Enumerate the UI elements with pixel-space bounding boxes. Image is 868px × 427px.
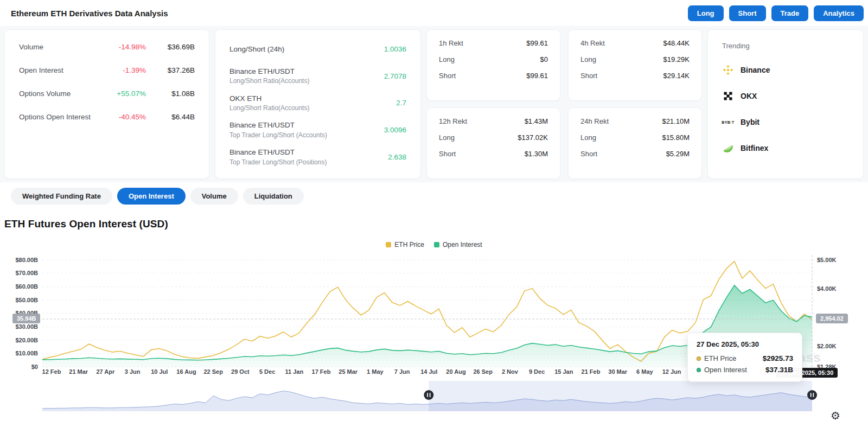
- stat-change: +55.07%: [107, 90, 146, 98]
- x-axis-label: 15 Jan: [554, 368, 573, 375]
- ratio-value: 2.7078: [384, 72, 406, 80]
- crosshair-right-axis-badge: 2,954.02: [816, 314, 848, 323]
- ratio-row: Binance ETH/USDTTop Trader Long/Short (P…: [229, 147, 406, 167]
- crosshair-left-axis-badge: 35.94B: [12, 314, 40, 323]
- rekt-title: 12h Rekt: [439, 117, 467, 125]
- tab-open-interest[interactable]: Open Interest: [117, 188, 186, 205]
- ratio-sublabel: Top Trader Long/Short (Accounts): [229, 131, 327, 140]
- rekt-long-value: $15.80M: [662, 133, 690, 142]
- x-axis-label: 5 Dec: [259, 368, 275, 375]
- rekt-long-label: Long: [580, 133, 596, 142]
- x-axis-label: 29 Oct: [231, 368, 250, 375]
- ratio-value: 3.0096: [384, 126, 406, 134]
- navigator-handle-right[interactable]: [807, 390, 817, 400]
- ratio-label: Binance ETH/USDT: [229, 148, 295, 156]
- x-axis-label: 21 Feb: [582, 368, 601, 375]
- stat-change: -40.45%: [107, 113, 146, 121]
- chart-settings-gear-icon[interactable]: ⚙: [831, 410, 840, 421]
- rekt-card-1h: 1h Rekt$99.61 Long$0 Short$99.61: [426, 29, 560, 101]
- stat-row-open-interest: Open Interest -1.39% $37.26B: [19, 66, 195, 74]
- rekt-title: 4h Rekt: [580, 39, 605, 47]
- stat-row-options-volume: Options Volume +55.07% $1.08B: [19, 90, 195, 98]
- navigator-handle-right[interactable]: [813, 393, 814, 397]
- y-axis-right-label: $4.00K: [817, 285, 837, 292]
- navigator-selected-range[interactable]: [429, 381, 812, 411]
- stat-value: $6.44B: [160, 113, 195, 121]
- y-axis-left-label: $10.00B: [15, 350, 38, 356]
- stat-label: Options Volume: [19, 90, 107, 98]
- tooltip-label: ETH Price: [704, 354, 736, 362]
- ratio-label: OKX ETH: [229, 94, 261, 103]
- page-header: Ethereum ETH Derivatives Data Analysis L…: [0, 0, 868, 26]
- rekt-total: $99.61: [526, 39, 548, 47]
- rekt-long-label: Long: [580, 55, 596, 63]
- exchange-name: Bybit: [741, 118, 760, 126]
- ratio-label: Binance ETH/USDT: [229, 121, 295, 129]
- ratio-value: 2.638: [388, 153, 406, 161]
- bybit-icon: BYB!T: [722, 116, 734, 128]
- navigator-handle-left[interactable]: [430, 393, 431, 397]
- stat-change: -14.98%: [107, 43, 146, 51]
- navigator-handle-left[interactable]: [424, 390, 433, 400]
- y-axis-left-label: $60.00B: [15, 283, 38, 290]
- stat-row-options-open-interest: Options Open Interest -40.45% $6.44B: [19, 113, 195, 121]
- rekt-short-label: Short: [580, 150, 597, 158]
- market-stats-card: Volume -14.98% $36.69B Open Interest -1.…: [4, 29, 209, 179]
- x-axis-label: 26 Sep: [473, 368, 493, 375]
- chart-tooltip: 27 Dec 2025, 05:30 ETH Price $2925.73 Op…: [687, 333, 802, 382]
- trending-item-okx[interactable]: OKX: [722, 90, 849, 102]
- x-axis-label: 12 Feb: [42, 368, 61, 375]
- chart-legend: ETH Price Open Interest: [0, 241, 868, 248]
- okx-icon: [722, 90, 734, 102]
- y-axis-left-label: $0: [31, 364, 38, 370]
- ratio-row: Long/Short (24h) 1.0036: [229, 44, 406, 55]
- header-actions: Long Short Trade Analytics: [688, 5, 864, 21]
- exchange-name: Bitfinex: [741, 144, 768, 152]
- tab-volume[interactable]: Volume: [190, 188, 238, 205]
- legend-item-eth-price[interactable]: ETH Price: [386, 241, 424, 248]
- ratio-label: Binance ETH/USDT: [229, 67, 295, 75]
- tooltip-row-eth-price: ETH Price $2925.73: [697, 354, 793, 362]
- long-button[interactable]: Long: [688, 5, 724, 21]
- trending-item-bitfinex[interactable]: Bitfinex: [722, 142, 849, 154]
- rekt-total: $1.43M: [525, 117, 548, 125]
- x-axis-label: 16 Aug: [176, 368, 196, 375]
- rekt-short-value: $1.30M: [525, 150, 548, 158]
- trending-title: Trending: [722, 42, 849, 50]
- navigator-handle-right[interactable]: [810, 393, 812, 397]
- x-axis-label: 12 Jun: [662, 368, 681, 375]
- ratio-value: 2.7: [396, 99, 406, 107]
- trending-item-bybit[interactable]: BYB!T Bybit: [722, 116, 849, 128]
- navigator-handle-left[interactable]: [427, 393, 428, 397]
- x-axis-label: 2 Nov: [502, 368, 519, 375]
- ratio-row: Binance ETH/USDTTop Trader Long/Short (A…: [229, 120, 406, 140]
- legend-item-open-interest[interactable]: Open Interest: [434, 241, 482, 248]
- analytics-button[interactable]: Analytics: [814, 5, 864, 21]
- x-axis-label: 7 Jun: [394, 368, 410, 375]
- chart-title: ETH Futures Open Interest (USD): [4, 218, 868, 230]
- tab-weighted-funding-rate[interactable]: Weighted Funding Rate: [11, 188, 112, 205]
- page-title: Ethereum ETH Derivatives Data Analysis: [11, 9, 168, 18]
- rekt-short-value: $29.14K: [663, 72, 690, 80]
- short-button[interactable]: Short: [729, 5, 766, 21]
- x-axis-label: 14 Jul: [420, 368, 437, 375]
- chart-area: ETH Price Open Interest $0$10.00B$20.00B…: [0, 239, 868, 427]
- tooltip-date: 27 Dec 2025, 05:30: [697, 340, 793, 348]
- trending-item-binance[interactable]: Binance: [722, 64, 849, 76]
- stat-value: $1.08B: [160, 90, 195, 98]
- stat-value: $36.69B: [160, 43, 195, 51]
- x-axis-label: 27 Apr: [96, 368, 115, 375]
- rekt-total: $21.10M: [662, 117, 690, 125]
- ratio-sublabel: Long/Short Ratio(Accounts): [229, 77, 309, 86]
- x-axis-label: 11 Jan: [285, 368, 303, 375]
- exchange-name: Binance: [741, 66, 770, 74]
- ratio-value: 1.0036: [384, 45, 406, 53]
- tab-liquidation[interactable]: Liquidation: [243, 188, 304, 205]
- trade-button[interactable]: Trade: [771, 5, 809, 21]
- legend-label: ETH Price: [394, 241, 424, 248]
- ratio-sublabel: Top Trader Long/Short (Positions): [229, 158, 327, 167]
- rekt-card-12h: 12h Rekt$1.43M Long$137.02K Short$1.30M: [426, 107, 560, 179]
- tooltip-row-open-interest: Open Interest $37.31B: [697, 366, 793, 374]
- rekt-short-label: Short: [439, 72, 456, 80]
- y-axis-left-label: $30.00B: [15, 323, 38, 330]
